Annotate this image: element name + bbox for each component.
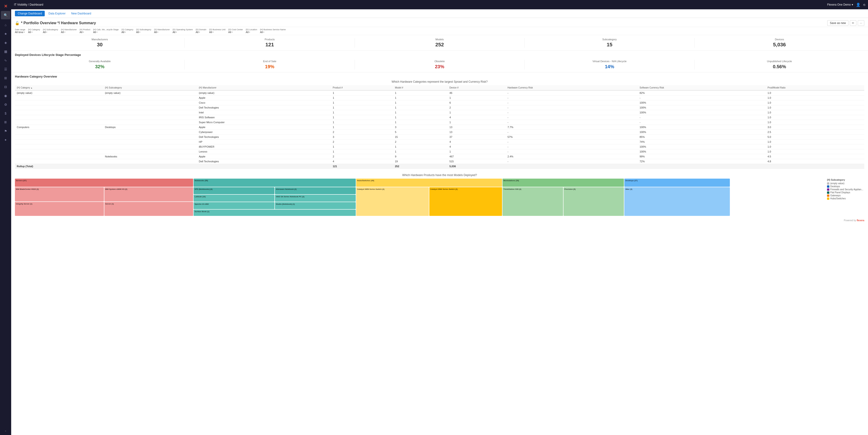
treemap-subcell[interactable]: IBM BladeCenter HS22 (2) — [15, 187, 104, 201]
treemap-cell[interactable]: Desktops (27) — [624, 179, 730, 187]
flexera-brand: Powered by flexera — [11, 218, 868, 223]
treemap-section: Which Hardware Products have the most Mo… — [11, 171, 868, 218]
treemap-subcell[interactable]: XPS (Notebooks) (6) — [194, 187, 274, 194]
sidebar-icon-gear[interactable]: ⚙ — [1, 100, 10, 109]
filter-(h)-calc.-mo...ecycl[interactable]: (H) Calc. Mo...ecycle StageAll — [93, 28, 119, 34]
breadcrumb-section: Dashboard — [30, 3, 43, 6]
col-header-6[interactable]: Hardware Currency Risk — [505, 85, 638, 90]
treemap-subcell[interactable]: Server (1) — [104, 202, 193, 216]
sidebar-icon-search[interactable]: 🔍 — [1, 11, 10, 19]
treemap-subcell[interactable]: Alienware Notebook (2) — [275, 187, 356, 194]
filter-(d)-domain[interactable]: (D) DomainAll — [196, 28, 207, 34]
sidebar-icon-home[interactable]: ⌂ — [1, 21, 10, 29]
user-menu[interactable]: Flexera One Demo ▾ — [827, 3, 853, 6]
sidebar-icon-layers[interactable]: ⊟ — [1, 83, 10, 91]
lifecycle-row: Generally Available32%End of Sale19%Obso… — [11, 58, 868, 72]
sidebar-icon-settings2[interactable]: ✦ — [1, 136, 10, 144]
legend-item[interactable]: Hubs/Switches — [827, 197, 864, 200]
col-header-1[interactable]: (H) Subcategory — [103, 85, 197, 90]
sidebar-icon-tag[interactable]: ◈ — [1, 38, 10, 47]
new-dashboard-button[interactable]: New Dashboard — [69, 11, 93, 16]
col-header-2[interactable]: (H) Manufacturer — [197, 85, 331, 90]
filter-(s)-manufacturer[interactable]: (S) ManufacturerAll — [154, 28, 170, 34]
lifecycle-end-of-sale: End of Sale19% — [185, 60, 354, 69]
filter-(d)-location[interactable]: (D) LocationAll — [246, 28, 257, 34]
filter-(s)-category[interactable]: (S) CategoryAll — [121, 28, 133, 34]
filter-(h)-subcategory[interactable]: (H) SubcategoryAll — [43, 28, 58, 34]
treemap-cell[interactable]: Hubs/Switches (49) — [356, 179, 502, 187]
table-total-row: Rollup (Total) 121 252 5,036 — [15, 164, 864, 169]
more-options-button[interactable]: ··· — [858, 20, 864, 26]
filter-(d)-operating-system[interactable]: (D) Operating SystemAll — [173, 28, 193, 34]
treemap-cell[interactable]: Workstations (30) — [502, 179, 624, 187]
sidebar-expand-button[interactable]: » — [4, 429, 7, 433]
action-bar: Change Dashboard Data Explorer New Dashb… — [11, 9, 868, 18]
sidebar-icon-list[interactable]: ☰ — [1, 65, 10, 73]
content-area: Change Dashboard Data Explorer New Dashb… — [11, 9, 868, 435]
col-header-0[interactable]: (H) Category — [15, 85, 103, 90]
treemap-subcell[interactable]: Spectra 13 x360 — [194, 202, 274, 209]
treemap-subcell[interactable]: IBM System x3690 XS (2) — [104, 187, 193, 201]
share-icon[interactable]: ⎋ — [863, 3, 865, 6]
table-row: Apple 1 1 1 - - 1.0 — [15, 95, 864, 100]
legend-item[interactable]: Desktops — [827, 185, 864, 188]
data-explorer-button[interactable]: Data Explorer — [46, 11, 67, 16]
legend-item[interactable]: Flat Panel Displays — [827, 191, 864, 194]
hardware-table: (H) Category(H) Subcategory(H) Manufactu… — [15, 85, 864, 169]
breadcrumb-sep: / — [28, 3, 30, 6]
legend-item[interactable]: (empty value) — [827, 182, 864, 185]
treemap-subcell[interactable]: Catalyst 3850 Series Switch (4) — [356, 187, 429, 216]
treemap-subcell[interactable]: VAIO SA Series Notebook PC (2) — [275, 195, 356, 202]
filter-(d)-business-unit[interactable]: (D) Business UnitAll — [209, 28, 225, 34]
treemap-subcell[interactable]: Studio (Notebook) (1) — [275, 202, 356, 209]
treemap-subcell[interactable]: iMac (3) — [624, 187, 730, 216]
sidebar-icon-globe[interactable]: ◉ — [1, 92, 10, 100]
treemap-legend: (H) Subcategory (empty value)DesktopsFir… — [827, 179, 864, 216]
stat-devices: Devices5,036 — [695, 38, 864, 48]
sidebar-icon-shield[interactable]: ⛨ — [1, 118, 10, 126]
legend-title: (H) Subcategory — [827, 179, 864, 181]
filter-(h)-manufacturer[interactable]: (H) ManufacturerAll — [61, 28, 77, 34]
treemap-subcell[interactable]: Surface Book (1) — [194, 210, 356, 216]
col-header-5[interactable]: Device # — [447, 85, 505, 90]
table-row: Lenovo 1 1 1 - 100% 1.0 — [15, 149, 864, 154]
treemap-subcell[interactable]: Precision (9) — [563, 187, 624, 216]
col-header-8[interactable]: Prod/Model Ratio — [766, 85, 864, 90]
treemap-subcell[interactable]: Catalyst 2960 Series Switch (3) — [429, 187, 502, 216]
save-as-button[interactable]: Save as new — [827, 20, 848, 26]
app-logo[interactable]: ✕ — [4, 2, 7, 11]
stat-models: Models252 — [355, 38, 525, 48]
treemap-cell[interactable]: Servers (67) — [15, 179, 193, 187]
treemap-cell[interactable]: Notebooks (55) — [194, 179, 356, 187]
treemap-question: Which Hardware Products have the most Mo… — [15, 174, 864, 177]
sidebar-icon-chart-line[interactable]: ∿ — [1, 56, 10, 64]
filter-(d)-cost-center[interactable]: (D) Cost CenterAll — [228, 28, 243, 34]
stat-subcategory: Subcategory15 — [525, 38, 694, 48]
treemap-subcell[interactable]: Latitude (10) — [194, 195, 274, 202]
legend-item[interactable]: Gateways — [827, 194, 864, 197]
treemap-subcell[interactable]: ThinkStation S30 (4) — [502, 187, 563, 216]
filter-(s)-subcategory[interactable]: (S) SubcategoryAll — [136, 28, 151, 34]
edit-button[interactable]: ✏ — [850, 20, 856, 26]
col-header-3[interactable]: Product # — [331, 85, 393, 90]
sidebar-icon-flag[interactable]: ⚑ — [1, 127, 10, 135]
filter-(h)-business-service[interactable]: (H) Business Service NameAll — [260, 28, 286, 34]
filter-(h)-category[interactable]: (H) CategoryAll — [28, 28, 40, 34]
table-question: Which Hardware Categories represent the … — [15, 80, 864, 83]
user-avatar-icon[interactable]: 👤 — [856, 3, 861, 7]
treemap-subcell[interactable]: Integrity Server (1) — [15, 202, 104, 216]
col-header-4[interactable]: Model # — [393, 85, 447, 90]
filter-date-range[interactable]: Date rangeAll time — [15, 28, 25, 34]
filter-(h)-product[interactable]: (H) ProductAll — [80, 28, 90, 34]
user-label: Flexera One Demo — [827, 3, 851, 6]
sidebar-icon-table[interactable]: ⊞ — [1, 74, 10, 82]
treemap-container: Servers (67)IBM BladeCenter HS22 (2)IBM … — [15, 179, 864, 216]
sidebar-icon-chart-bar[interactable]: ▦ — [1, 47, 10, 56]
sidebar-icon-dollar[interactable]: $ — [1, 109, 10, 118]
treemap-group: Servers (67)IBM BladeCenter HS22 (2)IBM … — [15, 179, 193, 216]
change-dashboard-button[interactable]: Change Dashboard — [15, 11, 45, 16]
legend-item[interactable]: Firewalls and Security Applian... — [827, 188, 864, 191]
table-row: Dell Technologies 1 1 2 - 100% 1.0 — [15, 105, 864, 110]
sidebar-icon-star[interactable]: ★ — [1, 30, 10, 38]
col-header-7[interactable]: Software Currency Risk — [638, 85, 766, 90]
